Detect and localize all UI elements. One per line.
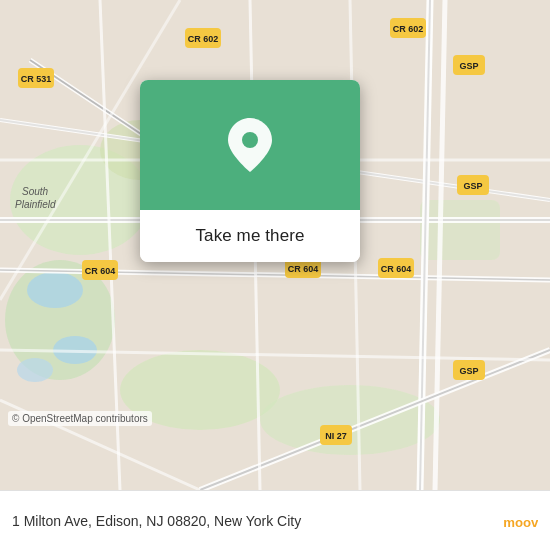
address-text: 1 Milton Ave, Edison, NJ 08820, New York… — [12, 513, 502, 529]
bottom-bar: 1 Milton Ave, Edison, NJ 08820, New York… — [0, 490, 550, 550]
svg-point-7 — [27, 272, 83, 308]
location-popup: Take me there — [140, 80, 360, 262]
svg-text:CR 602: CR 602 — [393, 24, 424, 34]
svg-text:Plainfield: Plainfield — [15, 199, 56, 210]
map-pin-icon — [228, 118, 272, 172]
svg-point-52 — [242, 132, 258, 148]
osm-attribution: © OpenStreetMap contributors — [8, 411, 152, 426]
svg-text:moovit: moovit — [503, 515, 538, 530]
svg-text:CR 604: CR 604 — [85, 266, 116, 276]
svg-text:GSP: GSP — [459, 61, 478, 71]
svg-text:South: South — [22, 186, 49, 197]
moovit-logo-icon: moovit — [502, 503, 538, 539]
map-container: CR 531 CR 602 CR 602 CR 604 CR 604 CR 60… — [0, 0, 550, 490]
svg-point-4 — [260, 385, 440, 455]
svg-text:CR 531: CR 531 — [21, 74, 52, 84]
take-me-there-button[interactable]: Take me there — [140, 210, 360, 262]
svg-text:GSP: GSP — [463, 181, 482, 191]
svg-point-9 — [17, 358, 53, 382]
svg-text:NI 27: NI 27 — [325, 431, 347, 441]
svg-rect-5 — [420, 200, 500, 260]
svg-text:CR 604: CR 604 — [381, 264, 412, 274]
popup-map-preview — [140, 80, 360, 210]
moovit-logo: moovit — [502, 503, 538, 539]
svg-text:CR 602: CR 602 — [188, 34, 219, 44]
svg-text:GSP: GSP — [459, 366, 478, 376]
svg-text:CR 604: CR 604 — [288, 264, 319, 274]
